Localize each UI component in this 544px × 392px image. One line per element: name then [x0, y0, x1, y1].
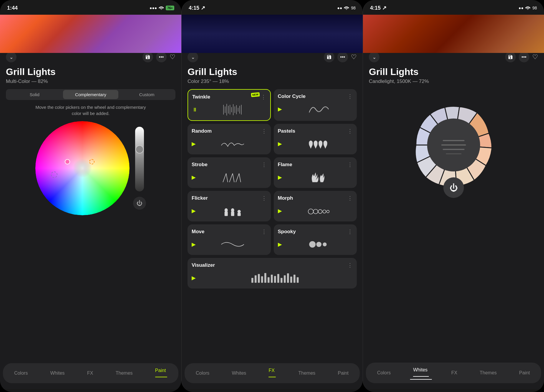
tab-colors-1[interactable]: Colors: [11, 369, 31, 377]
fx-more-spooky[interactable]: ⋮: [347, 228, 353, 235]
more-btn-1[interactable]: •••: [156, 52, 167, 62]
signal-icon-1: ●●●: [150, 6, 157, 10]
tab-paint-1[interactable]: Paint: [152, 367, 170, 380]
fx-card-twinkle[interactable]: Twinkle ⋮ NEW ⏸: [188, 89, 271, 121]
heart-btn-2[interactable]: ♡: [351, 53, 357, 61]
fx-controls-pastels: ▶: [278, 137, 353, 150]
heart-btn-1[interactable]: ♡: [170, 53, 175, 61]
time-1: 1:44: [7, 5, 18, 11]
save-btn-2[interactable]: [324, 52, 334, 62]
bottom-tab-bar-2: Colors Whites FX Themes Paint: [185, 363, 360, 383]
fx-more-flame[interactable]: ⋮: [347, 161, 353, 168]
wifi-icon-1: [159, 6, 164, 11]
fx-more-random[interactable]: ⋮: [261, 128, 267, 134]
svg-point-30: [318, 210, 322, 213]
tab-colors-2[interactable]: Colors: [193, 369, 212, 377]
fx-name-pastels: Pastels: [278, 128, 296, 134]
heart-btn-3[interactable]: ♡: [532, 53, 538, 61]
fx-visual-spooky: [285, 238, 353, 251]
battery-2: 98: [351, 6, 356, 10]
fx-controls-twinkle: ⏸: [192, 103, 266, 116]
svg-point-23: [225, 208, 228, 212]
play-btn-flame[interactable]: ▶: [278, 174, 282, 181]
fx-controls-strobe: ▶: [192, 171, 267, 184]
fx-card-move[interactable]: Move ⋮ ▶: [188, 224, 271, 255]
play-btn-spooky[interactable]: ▶: [278, 241, 282, 248]
fx-card-pastels[interactable]: Pastels ⋮ ▶: [274, 124, 357, 154]
more-btn-3[interactable]: •••: [519, 52, 529, 62]
play-btn-random[interactable]: ▶: [192, 141, 196, 147]
color-picker-pink[interactable]: [65, 159, 70, 164]
color-picker-orange[interactable]: [89, 159, 94, 164]
play-btn-morph[interactable]: ▶: [278, 208, 282, 214]
tab-paint-3[interactable]: Paint: [516, 369, 533, 377]
chevron-down-btn-2[interactable]: ⌄: [188, 52, 198, 62]
fx-card-flicker[interactable]: Flicker ⋮ ▶: [188, 191, 271, 221]
top-controls-1: ⌄ ••• ♡: [6, 52, 175, 62]
tab-fx-2[interactable]: FX: [266, 367, 279, 380]
fx-more-color-cycle[interactable]: ⋮: [347, 93, 353, 100]
chevron-down-btn-1[interactable]: ⌄: [6, 52, 16, 62]
fx-card-morph[interactable]: Morph ⋮ ▶: [274, 191, 357, 221]
tab-whites-3[interactable]: Whites: [410, 366, 432, 380]
fx-more-flicker[interactable]: ⋮: [261, 195, 267, 201]
play-btn-color-cycle[interactable]: ▶: [278, 106, 282, 112]
bottom-tab-bar-1: Colors Whites FX Themes Paint: [3, 363, 178, 383]
screens-container: 1:44 ●●● 76+ ⌄ ••• ♡: [0, 0, 544, 392]
pause-icon-twinkle[interactable]: ⏸: [192, 107, 198, 113]
whites-wheel[interactable]: ⏻: [398, 89, 510, 201]
tab-whites-1[interactable]: Whites: [47, 369, 68, 377]
svg-line-18: [229, 174, 233, 182]
tab-fx-3[interactable]: FX: [448, 369, 460, 377]
play-btn-move[interactable]: ▶: [192, 241, 196, 248]
color-wheel-container: ⏻: [6, 121, 175, 215]
seg-complementary[interactable]: Complementary: [63, 90, 119, 99]
screen-3: 4:15 ↗ ●● 98 ⌄ ••• ♡: [363, 0, 544, 392]
seg-solid[interactable]: Solid: [7, 90, 62, 99]
fx-more-visualizer[interactable]: ⋮: [347, 262, 353, 268]
brightness-slider[interactable]: [135, 127, 144, 191]
fx-more-strobe[interactable]: ⋮: [261, 161, 267, 168]
fx-name-visualizer: Visualizer: [192, 262, 215, 268]
fx-more-twinkle[interactable]: ⋮: [261, 94, 266, 100]
tab-themes-1[interactable]: Themes: [113, 369, 136, 377]
save-btn-3[interactable]: [505, 52, 516, 62]
fx-card-color-cycle[interactable]: Color Cycle ⋮ ▶: [274, 89, 357, 121]
tab-paint-2[interactable]: Paint: [335, 369, 351, 377]
fx-card-visualizer[interactable]: Visualizer ⋮ ▶: [188, 258, 357, 288]
fx-card-spooky[interactable]: Spooky ⋮ ▶: [274, 224, 357, 255]
chevron-down-btn-3[interactable]: ⌄: [369, 52, 379, 62]
tab-fx-1[interactable]: FX: [84, 369, 96, 377]
play-btn-flicker[interactable]: ▶: [192, 208, 196, 214]
svg-rect-42: [271, 275, 273, 283]
fx-grid: Twinkle ⋮ NEW ⏸: [188, 89, 357, 288]
fx-more-pastels[interactable]: ⋮: [347, 128, 353, 134]
tab-colors-3[interactable]: Colors: [374, 369, 394, 377]
seg-custom[interactable]: Custom: [119, 90, 175, 99]
svg-line-21: [239, 174, 241, 182]
play-btn-visualizer[interactable]: ▶: [192, 275, 196, 281]
power-btn-whites[interactable]: ⏻: [443, 177, 464, 198]
tab-themes-2[interactable]: Themes: [296, 369, 319, 377]
fx-visual-random: [199, 137, 267, 150]
tab-whites-2[interactable]: Whites: [229, 369, 249, 377]
fx-card-random[interactable]: Random ⋮ ▶: [188, 124, 271, 154]
more-btn-2[interactable]: •••: [337, 52, 348, 62]
tab-themes-3[interactable]: Themes: [477, 369, 500, 377]
top-right-btns-2: ••• ♡: [324, 52, 357, 62]
fx-card-flame[interactable]: Flame ⋮ ▶: [274, 157, 357, 188]
app-title-1: Grill Lights: [6, 66, 175, 77]
fx-card-strobe[interactable]: Strobe ⋮ ▶: [188, 157, 271, 188]
save-btn-1[interactable]: [142, 52, 153, 62]
screen-1: 1:44 ●●● 76+ ⌄ ••• ♡: [0, 0, 181, 392]
fx-name-flame: Flame: [278, 162, 292, 168]
play-btn-pastels[interactable]: ▶: [278, 141, 282, 147]
play-btn-strobe[interactable]: ▶: [192, 174, 196, 181]
color-picker-purple[interactable]: [51, 171, 57, 178]
power-btn-1[interactable]: ⏻: [133, 197, 146, 210]
bottom-tab-bar-3: Colors Whites FX Themes Paint: [366, 363, 541, 383]
svg-rect-48: [290, 277, 292, 283]
fx-more-move[interactable]: ⋮: [261, 228, 267, 235]
fx-more-morph[interactable]: ⋮: [347, 195, 353, 201]
color-wheel[interactable]: [35, 121, 130, 215]
